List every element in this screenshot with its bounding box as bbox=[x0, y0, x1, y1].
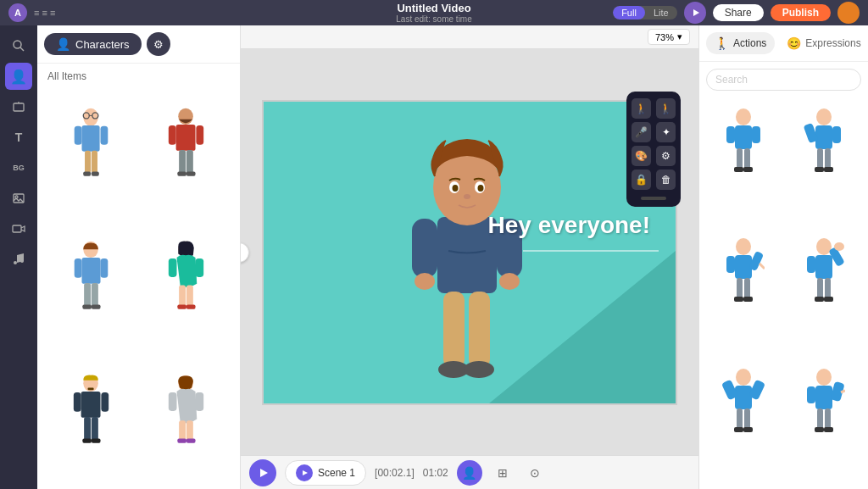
preview-play-button[interactable] bbox=[684, 2, 706, 24]
scene-mini-play[interactable] bbox=[296, 464, 313, 481]
svg-rect-116 bbox=[744, 408, 750, 430]
svg-rect-49 bbox=[92, 417, 98, 441]
svg-rect-41 bbox=[177, 305, 186, 309]
svg-rect-92 bbox=[824, 167, 833, 172]
zoom-value: 73% bbox=[655, 32, 674, 42]
topbar: A ≡ ≡ ≡ Untitled Video Last edit: some t… bbox=[0, 0, 868, 25]
full-mode-btn[interactable]: Full bbox=[613, 6, 645, 19]
panel-options-button[interactable]: ⚙ bbox=[147, 32, 170, 56]
right-char-4[interactable] bbox=[787, 231, 862, 311]
canvas-main-character[interactable] bbox=[399, 115, 535, 403]
svg-rect-126 bbox=[824, 427, 833, 432]
sidebar-images[interactable] bbox=[5, 185, 32, 212]
expand-panel-button[interactable] bbox=[676, 253, 677, 278]
svg-rect-34 bbox=[83, 305, 92, 309]
main-layout: 👤 T BG 👤 Characters ⚙ All Items bbox=[0, 25, 868, 489]
characters-tab[interactable]: 👤 Characters bbox=[44, 33, 142, 55]
scene-pill[interactable]: Scene 1 bbox=[285, 460, 366, 486]
svg-point-8 bbox=[20, 259, 24, 263]
svg-rect-106 bbox=[817, 278, 823, 299]
timeline-cam-icon[interactable]: ⊙ bbox=[523, 461, 547, 485]
character-item-4[interactable] bbox=[142, 225, 231, 327]
topbar-right: Full Lite Share Publish bbox=[613, 2, 860, 24]
svg-point-1 bbox=[14, 41, 21, 48]
panel-collapse-arrow[interactable]: ‹ bbox=[241, 242, 249, 263]
ctx-row-1: 🚶 🚶 bbox=[632, 98, 676, 119]
ctx-mic-icon[interactable]: 🎤 bbox=[632, 122, 651, 142]
ctx-effects-icon[interactable]: ✦ bbox=[656, 122, 676, 142]
play-button[interactable] bbox=[249, 459, 276, 486]
scene-canvas[interactable]: Hey everyone! bbox=[262, 100, 677, 405]
svg-rect-53 bbox=[169, 392, 177, 411]
sidebar-music[interactable] bbox=[5, 246, 32, 273]
context-menu: 🚶 🚶 🎤 ✦ 🎨 ⚙ 🔒 🗑 bbox=[626, 92, 681, 207]
right-char-3[interactable] bbox=[706, 231, 782, 311]
user-avatar[interactable] bbox=[837, 2, 860, 24]
ctx-color-icon[interactable]: 🎨 bbox=[632, 146, 651, 166]
sidebar-scenes[interactable] bbox=[5, 93, 32, 120]
svg-marker-75 bbox=[260, 469, 268, 477]
bottom-controls: Scene 1 [00:02.1] 01:02 👤 ⊞ ⊙ bbox=[241, 455, 698, 489]
svg-rect-100 bbox=[743, 297, 753, 302]
share-button[interactable]: Share bbox=[713, 4, 764, 21]
scene-user-icon[interactable]: 👤 bbox=[457, 460, 482, 486]
right-char-6[interactable] bbox=[787, 361, 862, 442]
scene-line bbox=[523, 250, 659, 252]
timeline-grid-icon[interactable]: ⊞ bbox=[491, 461, 515, 485]
time-total: 01:02 bbox=[423, 467, 448, 479]
sidebar-background[interactable]: BG bbox=[5, 154, 32, 181]
characters-tab-label: Characters bbox=[75, 38, 130, 51]
ctx-row-3: 🎨 ⚙ bbox=[632, 146, 676, 166]
sidebar-search[interactable] bbox=[5, 32, 32, 59]
right-search-input[interactable]: Search bbox=[706, 69, 861, 91]
svg-rect-10 bbox=[82, 125, 100, 152]
svg-rect-107 bbox=[825, 278, 831, 299]
svg-rect-45 bbox=[74, 392, 81, 412]
svg-marker-76 bbox=[303, 470, 308, 475]
view-mode-toggle[interactable]: Full Lite bbox=[613, 6, 676, 19]
right-char-1[interactable] bbox=[706, 101, 782, 181]
ctx-lock-icon[interactable]: 🔒 bbox=[632, 169, 651, 190]
svg-rect-51 bbox=[92, 438, 101, 442]
all-items-label: All Items bbox=[37, 64, 240, 89]
right-char-5[interactable] bbox=[706, 361, 782, 442]
svg-rect-124 bbox=[825, 408, 831, 430]
ctx-walk-icon[interactable]: 🚶 bbox=[632, 98, 651, 119]
sidebar-video[interactable] bbox=[5, 215, 32, 242]
sidebar-characters[interactable]: 👤 bbox=[5, 63, 32, 90]
svg-rect-54 bbox=[195, 392, 203, 411]
svg-rect-15 bbox=[84, 171, 92, 175]
character-item-2[interactable] bbox=[142, 92, 231, 194]
actions-tab[interactable]: 🚶 Actions bbox=[706, 32, 775, 54]
character-item-1[interactable] bbox=[47, 92, 136, 194]
character-item-5[interactable] bbox=[47, 359, 136, 461]
character-item-3[interactable] bbox=[47, 225, 136, 327]
svg-point-85 bbox=[816, 108, 832, 125]
svg-rect-11 bbox=[75, 126, 82, 145]
svg-rect-44 bbox=[81, 392, 101, 418]
character-item-6[interactable] bbox=[142, 359, 231, 461]
sidebar-icons: 👤 T BG bbox=[0, 25, 37, 489]
zoom-indicator[interactable]: 73% ▾ bbox=[648, 29, 690, 45]
svg-rect-50 bbox=[83, 438, 92, 442]
ctx-walk2-icon[interactable]: 🚶 bbox=[656, 98, 676, 119]
actions-tab-label: Actions bbox=[733, 37, 766, 49]
svg-rect-90 bbox=[825, 148, 831, 169]
svg-point-110 bbox=[834, 242, 844, 251]
svg-rect-58 bbox=[186, 438, 196, 442]
zoom-chevron-icon: ▾ bbox=[677, 31, 682, 42]
ctx-delete-icon[interactable]: 🗑 bbox=[656, 169, 676, 190]
expressions-tab[interactable]: 😊 Expressions bbox=[778, 32, 868, 54]
publish-button[interactable]: Publish bbox=[771, 4, 831, 21]
lite-mode-btn[interactable]: Lite bbox=[645, 6, 677, 19]
svg-rect-120 bbox=[815, 386, 832, 409]
scene-text-overlay[interactable]: Hey everyone! bbox=[488, 212, 650, 239]
sidebar-text[interactable]: T bbox=[5, 124, 32, 151]
canvas-area: 73% ▾ ‹ bbox=[241, 25, 698, 489]
svg-line-101 bbox=[760, 264, 765, 269]
svg-point-9 bbox=[84, 108, 99, 126]
ctx-row-2: 🎤 ✦ bbox=[632, 122, 676, 142]
ctx-settings-icon[interactable]: ⚙ bbox=[656, 146, 676, 166]
topbar-center: Untitled Video Last edit: some time bbox=[396, 2, 471, 24]
right-char-2[interactable] bbox=[787, 101, 862, 181]
